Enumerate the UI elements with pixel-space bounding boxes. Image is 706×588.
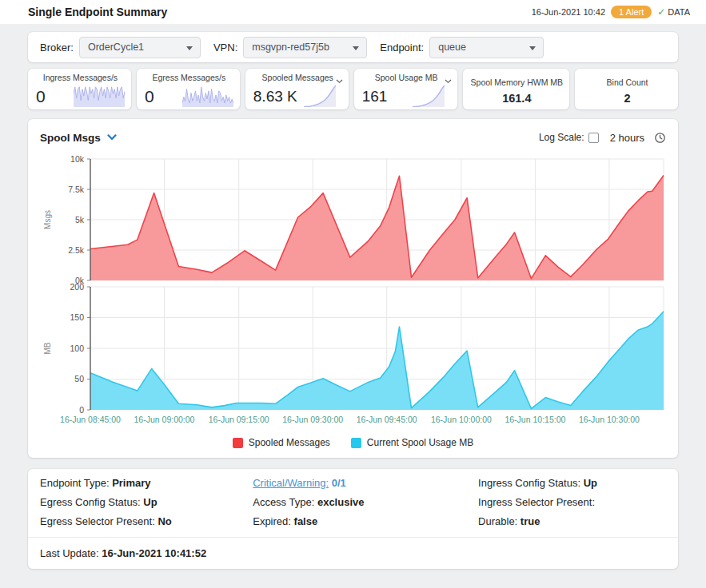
dropdown-arrow-icon [529,46,536,50]
svg-text:100: 100 [70,344,84,353]
stat-value: 8.63 K [253,86,297,107]
svg-text:16-Jun 08:45:00: 16-Jun 08:45:00 [60,415,121,424]
stat-card-egress-messages: Egress Messages/s 0 [137,69,240,109]
info-label: Endpoint Type: [40,477,110,489]
info-label: Egress Selector Present: [40,515,155,527]
info-label: Egress Config Status: [40,496,141,508]
broker-label: Broker: [40,42,74,54]
legend-swatch-cyan [351,438,361,448]
vpn-selected-value: msgvpn-red57j5b [252,42,329,53]
egress-sparkline [182,85,233,107]
log-scale-checkbox[interactable] [588,133,599,143]
clock-icon [654,132,666,144]
info-access-type: Access Type: exclusive [253,496,478,508]
legend-item-spooled-messages: Spooled Messages [233,437,330,448]
data-status: ✓ DATA [657,6,690,18]
dropdown-arrow-icon [353,46,359,50]
info-ingress-config-status: Ingress Config Status: Up [478,477,666,489]
last-update-value: 16-Jun-2021 10:41:52 [102,547,206,559]
svg-text:16-Jun 09:30:00: 16-Jun 09:30:00 [282,415,343,424]
endpoint-info-panel: Endpoint Type: Primary Critical/Warning:… [28,469,678,569]
data-status-label: DATA [668,7,690,17]
info-label: Expired: [253,515,291,527]
stat-card-spooled-messages: Spooled Messages 8.63 K [245,69,349,109]
svg-text:MB: MB [43,342,52,354]
svg-text:16-Jun 09:45:00: 16-Jun 09:45:00 [357,415,417,424]
svg-text:200: 200 [70,282,84,292]
endpoint-filter: Endpoint: queue [380,37,544,58]
vpn-select[interactable]: msgvpn-red57j5b [243,37,367,58]
stat-label: Spool Usage MB [362,73,451,82]
svg-text:0: 0 [79,405,84,415]
last-update-label: Last Update: [40,547,99,559]
chart-metric-dropdown[interactable]: Spool Msgs [40,132,117,144]
stat-label: Ingress Messages/s [36,73,125,82]
stat-cards-row: Ingress Messages/s 0 Egress Messages/s 0… [28,69,678,109]
info-value: 0/1 [332,477,346,489]
log-scale-label: Log Scale: [539,132,584,143]
svg-text:50: 50 [74,374,84,383]
caret-down-icon [445,79,452,84]
info-egress-selector-present: Egress Selector Present: No [40,515,253,527]
stat-value: 161.4 [471,92,564,105]
stat-label: Spool Memory HWM MB [471,77,564,87]
spool-usage-sparkline [413,84,445,107]
info-label: Ingress Selector Present: [478,496,595,508]
chart-legend: Spooled Messages Current Spool Usage MB [28,437,678,448]
endpoint-label: Endpoint: [380,42,424,54]
info-value: true [521,515,540,527]
topbar-meta: 16-Jun-2021 10:42 1 Alert ✓ DATA [532,6,690,18]
divider [28,537,678,538]
chevron-down-icon [107,134,117,141]
stat-value: 161 [362,86,388,107]
critical-warning-link[interactable]: Critical/Warning: [253,477,329,489]
info-label: Durable: [478,515,517,527]
info-expired: Expired: false [253,515,478,527]
vpn-filter: VPN: msgvpn-red57j5b [213,37,367,58]
svg-text:16-Jun 09:00:00: 16-Jun 09:00:00 [134,415,195,424]
svg-text:16-Jun 10:00:00: 16-Jun 10:00:00 [431,415,492,424]
broker-selected-value: OrderCycle1 [88,42,144,53]
time-range-selector[interactable]: 2 hours [610,132,644,144]
top-bar: Single Endpoint Summary 16-Jun-2021 10:4… [0,0,706,24]
endpoint-info-grid: Endpoint Type: Primary Critical/Warning:… [40,477,666,527]
svg-text:16-Jun 09:15:00: 16-Jun 09:15:00 [209,415,269,424]
legend-swatch-red [233,438,243,448]
time-range-button[interactable] [654,132,666,144]
caret-down-icon [336,79,343,84]
dropdown-arrow-icon [186,46,193,50]
stat-card-bind-count: Bind Count 2 [575,69,678,109]
endpoint-select[interactable]: queue [429,37,544,58]
chart-title: Spool Msgs [40,132,101,144]
info-label: Ingress Config Status: [478,477,580,489]
vpn-label: VPN: [213,42,237,54]
stat-card-spool-memory-hwm: Spool Memory HWM MB 161.4 [463,69,570,109]
svg-text:150: 150 [70,312,84,322]
info-value: Up [143,496,157,508]
svg-text:2.5k: 2.5k [68,245,85,255]
broker-select[interactable]: OrderCycle1 [79,37,201,58]
svg-text:7.5k: 7.5k [68,185,85,194]
legend-item-spool-usage: Current Spool Usage MB [351,437,473,448]
svg-text:5k: 5k [75,215,85,224]
info-endpoint-type: Endpoint Type: Primary [40,477,253,489]
check-icon: ✓ [657,6,665,18]
ingress-sparkline [74,85,125,107]
timestamp: 16-Jun-2021 10:42 [532,7,605,17]
stat-label: Bind Count [583,77,672,87]
info-critical-warning: Critical/Warning: 0/1 [253,477,478,489]
info-value: Primary [112,477,150,489]
stat-card-spool-usage: Spool Usage MB 161 [354,69,457,109]
alert-badge[interactable]: 1 Alert [611,6,652,18]
svg-text:16-Jun 10:30:00: 16-Jun 10:30:00 [579,415,640,424]
chart-controls: Log Scale: 2 hours [539,132,666,144]
svg-text:16-Jun 10:15:00: 16-Jun 10:15:00 [505,415,565,424]
spooled-sparkline [304,84,336,107]
filter-bar: Broker: OrderCycle1 VPN: msgvpn-red57j5b… [28,32,678,62]
info-egress-config-status: Egress Config Status: Up [40,496,253,508]
spool-chart: 0k2.5k5k7.5k10kMsgs050100150200MB16-Jun … [28,148,678,434]
stat-value: 2 [583,92,672,105]
stat-value: 0 [145,86,154,107]
broker-filter: Broker: OrderCycle1 [40,37,201,58]
legend-label: Current Spool Usage MB [367,437,473,448]
